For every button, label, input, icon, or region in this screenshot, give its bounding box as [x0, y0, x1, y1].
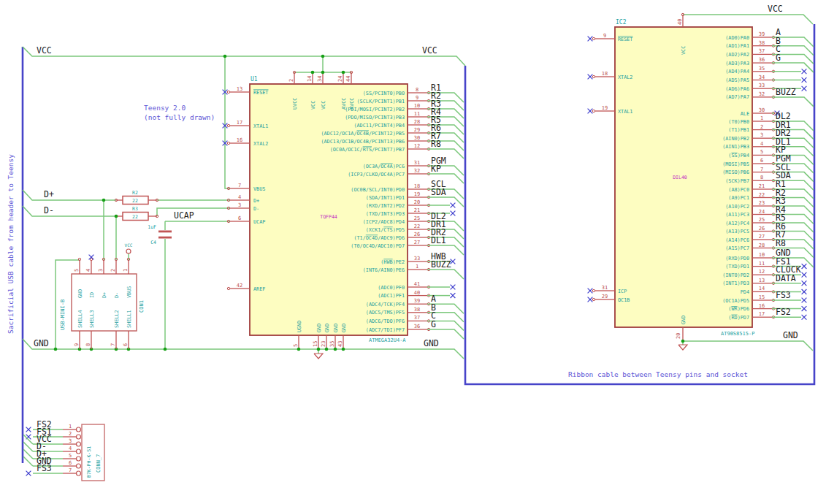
u1-pin-number[interactable]: 14 [307, 76, 313, 82]
net-label-vcc[interactable]: VCC [768, 4, 783, 14]
ic2-pin-name[interactable]: (A13)PC5 [725, 229, 749, 234]
u1-ref[interactable]: U1 [251, 76, 258, 83]
pad-circle[interactable] [77, 435, 81, 439]
ground-symbol[interactable] [678, 345, 687, 350]
u1-pin-number[interactable]: 3 [238, 202, 241, 208]
pad-circle[interactable] [77, 457, 81, 461]
u1-pin-name[interactable]: (PDO/MISO/PCINT3)PB3 [345, 115, 405, 121]
ic2-pin-number[interactable]: 40 [677, 19, 683, 25]
net-label-dplus[interactable]: D+ [44, 189, 54, 199]
con1-pin-number[interactable]: 9 [74, 343, 80, 346]
vcc-power-label[interactable]: VCC [125, 243, 133, 248]
ic2-pin-name[interactable]: (INT0)PD2 [722, 272, 749, 278]
u1-pin-number[interactable]: 7 [238, 183, 241, 188]
u1-pin-name[interactable]: (ADC5/TMS)PF5 [366, 310, 405, 316]
u1-pin-number[interactable]: 23 [321, 341, 326, 347]
ic2-pin-name[interactable]: (AD3)PA3 [725, 61, 749, 66]
u1-pin-name[interactable]: (SDA/INT1)PD1 [366, 195, 405, 201]
ic2-pin-name[interactable]: (T1)PB1 [728, 127, 749, 133]
u1-pin-number[interactable]: 27 [414, 240, 420, 245]
u1-pin-name[interactable]: VBUS [253, 186, 265, 192]
ic2-pin-number[interactable]: 7 [760, 167, 763, 172]
u1-pin-number[interactable]: 28 [414, 119, 420, 125]
net-label-vcc[interactable]: VCC [422, 45, 437, 56]
net-label-gnd[interactable]: GND [34, 338, 49, 348]
resistor-value[interactable]: 22 [132, 214, 138, 220]
conn7-pin-number[interactable]: 3 [69, 438, 72, 444]
ic2-pin-number[interactable]: 24 [759, 209, 765, 215]
u1-value[interactable]: ATMEGA32U4-A [369, 337, 406, 343]
ic2-pin-name[interactable]: PD4 [741, 289, 749, 295]
u1-pin-name[interactable]: (INT6/AIN0)PE6 [363, 267, 405, 273]
conn7-pin-number[interactable]: 1 [69, 424, 72, 429]
resistor-value[interactable]: 22 [132, 198, 138, 204]
net-label[interactable]: DATA [776, 273, 796, 283]
con1-pin-name[interactable]: ID [89, 292, 95, 298]
con1-pin-name[interactable]: D- [114, 292, 120, 298]
u1-pin-number[interactable]: 24 [337, 76, 343, 82]
ic2-pin-name[interactable]: (T0)PB0 [728, 119, 749, 125]
ic2-pin-number[interactable]: 28 [759, 243, 765, 248]
u1-pin-number[interactable]: 40 [414, 290, 420, 296]
pad-circle[interactable] [77, 442, 81, 446]
ic2-pin-number[interactable]: 18 [602, 71, 608, 77]
u1-pin-number[interactable]: 36 [414, 324, 420, 329]
ic2-pin-name[interactable]: XTAL1 [618, 109, 632, 115]
u1-pin-name[interactable]: RESET [253, 90, 268, 96]
wire[interactable] [683, 15, 813, 24]
u1-pin-name[interactable]: (ICP2/ADC8)PD4 [363, 219, 405, 225]
net-label[interactable]: R8 [431, 139, 441, 149]
ic2-pin-name[interactable]: (AD4)PA4 [725, 69, 749, 75]
u1-pin-name[interactable]: (ADC13/OC1B/OC4B/PCINT13)PB6 [321, 139, 405, 145]
ic2-pin-number[interactable]: 2 [760, 124, 763, 130]
note-teensy-2[interactable]: (not fully drawn) [144, 113, 215, 121]
ic2-pin-name[interactable]: (A11)PC3 [725, 212, 749, 218]
u1-pin-number[interactable]: 30 [414, 135, 420, 141]
con1-pin-number[interactable]: 8 [85, 343, 91, 346]
ic2-pin-number[interactable]: 37 [759, 48, 765, 54]
vcc-power-symbol[interactable] [126, 249, 131, 253]
net-label-gnd[interactable]: GND [783, 330, 798, 340]
u1-pin-name[interactable]: UGND [297, 321, 302, 332]
ic2-pin-number[interactable]: 1 [760, 115, 763, 121]
con1-pin-number[interactable]: 6 [123, 343, 129, 346]
net-label[interactable]: R8 [776, 238, 786, 248]
u1-pin-number[interactable]: 1 [416, 264, 418, 270]
ic2-pin-number[interactable]: 33 [759, 83, 765, 88]
u1-pin-name[interactable]: (ADC1)PF1 [378, 293, 405, 299]
note-ribbon-cable[interactable]: Ribbon cable between Teensy pins and soc… [568, 370, 748, 378]
u1-pin-name[interactable]: (PDI/MOSI/PCINT2)PB2 [345, 107, 405, 112]
u1-pin-number[interactable]: 21 [414, 207, 420, 213]
conn7-pin-number[interactable]: 7 [69, 467, 72, 473]
ic2-pin-name[interactable]: (AIN1)PB3 [722, 144, 749, 150]
u1-pin-name[interactable]: GND [324, 324, 330, 332]
note-teensy-1[interactable]: Teensy 2.0 [144, 104, 186, 112]
u1-pin-number[interactable]: 44 [345, 76, 351, 82]
con1-pin-name[interactable]: D+ [102, 292, 107, 298]
ic2-pin-name[interactable]: (WR)PD6 [728, 306, 749, 312]
conn7-pin-number[interactable]: 2 [69, 431, 72, 437]
conn7-pin-number[interactable]: 5 [69, 453, 72, 459]
u1-pin-name[interactable]: (T1/OC4D/ADC9)PD6 [353, 235, 405, 241]
ic2-pin-number[interactable]: 17 [759, 311, 765, 317]
u1-pin-number[interactable]: 29 [414, 127, 420, 133]
ic2-pin-number[interactable]: 39 [759, 31, 765, 37]
u1-pin-name[interactable]: (OC0B/SCL/INT0)PD0 [351, 187, 405, 193]
net-label[interactable]: BUZZ [776, 87, 796, 97]
u1-pin-name[interactable]: (ADC0)PF0 [378, 285, 405, 291]
ic2-pin-name[interactable]: (AD6)PA6 [725, 86, 749, 92]
u1-footprint[interactable]: TQFP44 [320, 214, 337, 220]
ic2-pin-name[interactable]: (AIN0)PB2 [722, 136, 749, 142]
ic2-pin-number[interactable]: 15 [759, 294, 765, 300]
pad-circle[interactable] [77, 449, 81, 454]
u1-pin-number[interactable]: 4 [238, 194, 241, 200]
u1-pin-name[interactable]: XTAL1 [253, 123, 268, 129]
u1-pin-number[interactable]: 20 [414, 199, 420, 205]
u1-pin-number[interactable]: 8 [416, 87, 418, 93]
ic2-pin-number[interactable]: 14 [759, 286, 765, 291]
wire[interactable] [683, 341, 813, 351]
ic2-pin-number[interactable]: 5 [760, 149, 763, 155]
ground-symbol[interactable] [314, 354, 323, 359]
pad-circle[interactable] [77, 464, 81, 468]
conn7-pin-number[interactable]: 6 [69, 460, 72, 466]
